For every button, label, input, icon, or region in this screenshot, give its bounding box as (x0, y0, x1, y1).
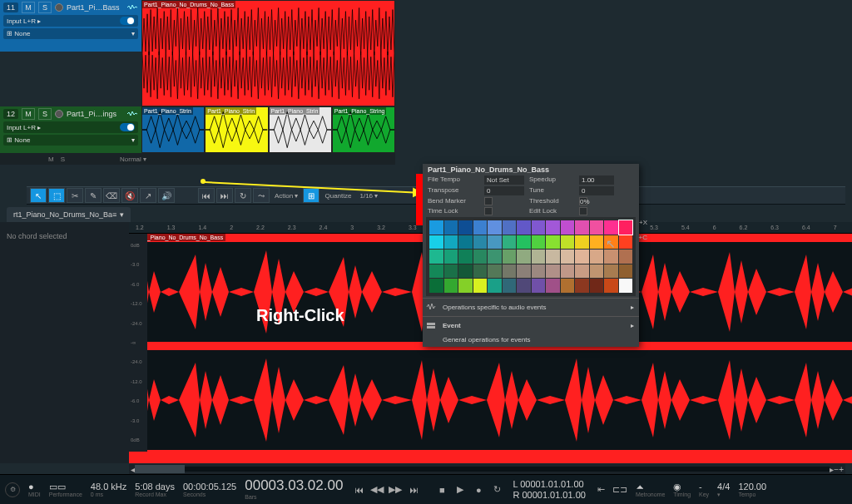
color-swatch[interactable] (503, 279, 517, 293)
color-swatch[interactable] (429, 279, 443, 293)
horizontal-scrollbar[interactable]: ◂ ▸ − + (129, 464, 845, 474)
menu-ops-general[interactable]: General operations for events (423, 333, 639, 347)
action-menu[interactable]: Action ▾ (271, 192, 301, 200)
checkbox[interactable]: 0% (579, 197, 587, 205)
color-swatch[interactable] (532, 235, 546, 250)
color-swatch[interactable] (458, 235, 473, 250)
erase-tool[interactable]: ⌫ (103, 188, 120, 203)
color-swatch[interactable] (575, 235, 589, 250)
audio-clip[interactable]: Part1_Piano_Strin (269, 106, 332, 153)
color-swatch[interactable] (503, 250, 517, 264)
color-swatch[interactable] (561, 220, 575, 235)
color-swatch[interactable] (590, 279, 604, 293)
loop-toggle[interactable]: ↻ (489, 482, 504, 497)
track-name[interactable]: Part1_Pi…ings (67, 110, 123, 118)
quantize-label[interactable]: Quantize (321, 192, 354, 200)
color-swatch[interactable] (488, 264, 502, 279)
skip-back-button[interactable]: ⏮ (198, 188, 215, 203)
color-swatch[interactable] (488, 220, 502, 235)
solo-button[interactable]: S (38, 2, 52, 13)
preroll-button[interactable]: ⇤ (594, 482, 609, 497)
color-swatch[interactable] (561, 264, 575, 279)
settings-button[interactable]: ⚙ (5, 482, 20, 497)
input-selector[interactable]: Input L+R ▸ (7, 124, 41, 131)
color-swatch[interactable] (429, 235, 443, 250)
monitor-toggle[interactable] (120, 17, 135, 25)
autoscroll-button[interactable]: ⤳ (253, 188, 270, 203)
rewind-button[interactable]: ⏮ (351, 482, 366, 497)
draw-tool[interactable]: ✎ (85, 188, 102, 203)
track-header-12[interactable]: 12 M S Part1_Pi…ings Input L+R ▸ ⊞ None … (0, 106, 141, 158)
record-button[interactable]: ● (471, 482, 486, 497)
color-swatch[interactable] (561, 250, 575, 264)
audio-clip[interactable]: Part1_Piano_No_Drums_No_Bass (141, 0, 395, 106)
color-swatch[interactable] (429, 220, 443, 235)
input-selector[interactable]: Input L+R ▸ (7, 17, 41, 25)
grid-selector[interactable]: 1/16 ▾ (357, 192, 382, 200)
menu-ops-audio[interactable]: Operations specific to audio events (423, 300, 639, 314)
color-swatch[interactable] (444, 235, 458, 250)
color-swatch[interactable] (458, 250, 473, 264)
dropdown-icon[interactable]: ▾ (120, 210, 124, 219)
key-value[interactable]: - (699, 482, 709, 492)
color-swatch[interactable] (590, 220, 604, 235)
range-tool[interactable]: ⬚ (48, 188, 65, 203)
color-swatch[interactable] (458, 220, 473, 235)
color-swatch[interactable] (619, 279, 633, 293)
color-swatch[interactable] (546, 250, 560, 264)
property-value[interactable]: Not Set (484, 175, 524, 185)
metronome-button[interactable]: ⏶ (636, 482, 665, 492)
color-swatch[interactable] (429, 250, 443, 264)
color-swatch[interactable] (561, 235, 575, 250)
loop-button[interactable]: ↻ (235, 188, 251, 203)
color-swatch[interactable] (575, 220, 589, 235)
color-swatch[interactable] (532, 264, 546, 279)
track-clip-lane[interactable]: Part1_Piano_No_Drums_No_Bass (141, 0, 395, 106)
output-selector[interactable]: ⊞ None (7, 30, 30, 37)
color-swatch[interactable] (458, 279, 473, 293)
color-swatch[interactable] (619, 250, 633, 264)
color-swatch[interactable] (503, 264, 517, 279)
fwd-button[interactable]: ▶▶ (388, 482, 403, 497)
track-name[interactable]: Part1_Pi…Bass (67, 3, 123, 12)
mode-selector[interactable]: Normal ▾ (120, 156, 146, 163)
split-tool[interactable]: ✂ (67, 188, 83, 203)
arrow-tool[interactable]: ↖ (30, 188, 47, 203)
color-swatch[interactable] (575, 250, 589, 264)
end-button[interactable]: ⏭ (406, 482, 421, 497)
solo-label[interactable]: S (61, 156, 65, 163)
color-swatch[interactable] (517, 220, 531, 235)
color-swatch[interactable] (429, 264, 443, 279)
tab-part1[interactable]: rt1_Piano_No_Drums_No_Ba≡ ▾ (7, 207, 131, 222)
color-swatch[interactable] (517, 250, 531, 264)
color-swatch[interactable] (532, 220, 546, 235)
property-value[interactable]: 0 (579, 186, 614, 195)
color-swatch[interactable] (488, 250, 502, 264)
color-swatch[interactable] (503, 235, 517, 250)
track-header-11[interactable]: 11 M S Part1_Pi…Bass Input L+R ▸ ⊞ None … (0, 0, 141, 52)
color-swatch[interactable] (546, 264, 560, 279)
play-button[interactable]: ▶ (453, 482, 468, 497)
color-swatch[interactable] (532, 279, 546, 293)
record-arm-button[interactable] (55, 3, 63, 12)
loop-start[interactable]: 00001.01.01.00 (520, 479, 583, 489)
color-swatch[interactable] (619, 264, 633, 279)
listen-tool[interactable]: 🔊 (158, 188, 175, 203)
menu-event[interactable]: Event (423, 319, 639, 333)
record-arm-button[interactable] (55, 110, 63, 118)
tempo-value[interactable]: 120.00 (738, 482, 766, 492)
color-swatch[interactable] (517, 264, 531, 279)
color-swatch[interactable] (546, 279, 560, 293)
audio-clip[interactable]: Part1_Piano_String (332, 106, 395, 153)
color-swatch[interactable] (604, 264, 618, 279)
color-swatch[interactable] (590, 250, 604, 264)
color-swatch[interactable] (517, 235, 531, 250)
stop-button[interactable]: ■ (434, 482, 449, 497)
color-swatch[interactable] (619, 220, 633, 235)
color-swatch[interactable] (575, 279, 589, 293)
monitor-toggle[interactable] (120, 123, 135, 131)
color-swatch[interactable] (503, 220, 517, 235)
mute-tool[interactable]: 🔇 (121, 188, 138, 203)
audio-clip[interactable]: Part1_Piano_Strin (205, 106, 268, 153)
scroll-thumb[interactable] (135, 465, 185, 473)
